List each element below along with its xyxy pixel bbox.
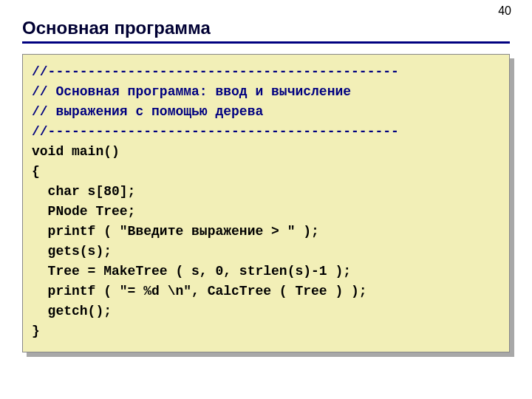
comment-line: //--------------------------------------…: [32, 64, 399, 79]
slide-title: Основная программа: [22, 18, 510, 38]
code-line: printf ( "Введите выражение > " );: [32, 224, 319, 239]
slide: 40 Основная программа //----------------…: [0, 0, 532, 399]
title-rule: [22, 41, 510, 44]
code-block: //--------------------------------------…: [22, 54, 510, 352]
code-line: }: [32, 324, 40, 338]
code-line: {: [32, 164, 40, 179]
comment-line: //--------------------------------------…: [32, 124, 399, 139]
code-line: void main(): [32, 144, 120, 159]
code-line: PNode Tree;: [32, 204, 135, 219]
comment-line: // выражения с помощью дерева: [32, 104, 263, 119]
code-block-wrap: //--------------------------------------…: [22, 54, 510, 352]
code-line: char s[80];: [32, 184, 135, 199]
comment-line: // Основная программа: ввод и вычисление: [32, 84, 351, 99]
code-line: getch();: [32, 304, 112, 318]
code-line: printf ( "= %d \n", CalcTree ( Tree ) );: [32, 284, 367, 299]
code-line: Tree = MakeTree ( s, 0, strlen(s)-1 );: [32, 264, 351, 279]
code-line: gets(s);: [32, 244, 112, 259]
page-number: 40: [498, 4, 511, 18]
